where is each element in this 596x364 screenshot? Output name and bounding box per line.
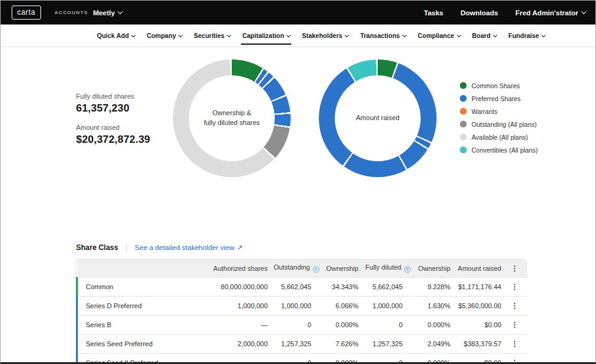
column-header[interactable]: Outstanding <box>269 260 321 277</box>
nav-item-label: Quick Add <box>97 32 129 39</box>
stakeholder-view-link-label: See a detailed stakeholder view <box>135 244 234 251</box>
downloads-link[interactable]: Downloads <box>460 9 498 17</box>
user-menu[interactable]: Fred Admin'strator <box>515 9 586 17</box>
nav-item-label: Company <box>147 32 176 39</box>
fd-ownership-cell: 9.228% <box>412 277 452 296</box>
share-class-name: Common <box>77 277 209 296</box>
table-row[interactable]: Series Seed Preferred 2,000,000 1,257,32… <box>77 334 527 353</box>
topbar-actions: Tasks Downloads Fred Admin'strator <box>424 9 586 17</box>
chevron-down-icon <box>402 32 407 37</box>
column-header[interactable]: Fully diluted <box>360 260 412 277</box>
legend-color-dot <box>460 146 467 153</box>
nav-item-label: Capitalization <box>242 32 284 39</box>
outstanding-cell: 0 <box>269 353 321 364</box>
fd-ownership-cell: 2.049% <box>412 334 452 353</box>
legend-color-dot <box>460 134 467 140</box>
share-class-name: Series D Preferred <box>77 296 209 315</box>
legend-item: Common Shares <box>460 79 538 92</box>
accounts-label: ACCOUNTS <box>55 10 88 15</box>
nav-item[interactable]: Board <box>471 25 498 47</box>
legend-item: Preferred Shares <box>460 92 538 105</box>
external-link-icon: ↗ <box>237 243 243 252</box>
kebab-menu-icon[interactable] <box>511 264 519 273</box>
legend-color-dot <box>460 82 467 89</box>
chart-legend: Common Shares Preferred Shares Warrants … <box>460 59 538 226</box>
column-header-label: Fully diluted <box>365 264 402 271</box>
app-window: carta ACCOUNTS Meetly Tasks Downloads Fr… <box>0 0 596 364</box>
legend-item-label: Available (All plans) <box>472 134 528 141</box>
column-header[interactable] <box>503 260 527 277</box>
chevron-down-icon <box>345 32 349 37</box>
column-header[interactable]: Ownership <box>321 260 360 277</box>
ownership-cell: 6.066% <box>321 296 360 315</box>
ownership-cell: 7.626% <box>321 334 360 353</box>
column-header[interactable]: Ownership <box>412 260 452 277</box>
nav-item[interactable]: Securities <box>193 25 232 47</box>
amount-raised-cell: $0.00 <box>452 315 503 334</box>
nav-item-label: Securities <box>194 32 224 39</box>
kebab-menu-icon[interactable] <box>511 301 519 310</box>
amount-raised-value: $20,372,872.39 <box>76 134 173 146</box>
table-row[interactable]: Series D Preferred 1,000,000 1,000,000 6… <box>77 296 527 315</box>
legend-item: Warrants <box>460 105 538 118</box>
company-switcher[interactable]: Meetly <box>93 9 123 17</box>
authorized-shares-cell: 1,000,000 <box>209 296 269 315</box>
chevron-down-icon <box>457 32 461 37</box>
outstanding-cell: 1,000,000 <box>269 296 321 315</box>
legend-item: Convertibles (All plans) <box>460 143 538 156</box>
table-row[interactable]: Series B — 0 0.000% 0 0.000% $0.00 <box>77 315 527 334</box>
ownership-cell: 0.000% <box>321 315 360 334</box>
share-class-name: Series Seed II Preferred <box>77 353 209 364</box>
amount-raised-label: Amount raised <box>76 124 173 131</box>
nav-item[interactable]: Capitalization <box>241 25 291 47</box>
nav-item[interactable]: Quick Add <box>96 25 136 47</box>
divider: | <box>126 243 128 252</box>
column-header-label: Ownership <box>326 265 359 272</box>
donut-chart-amount-raised-label: Amount raised <box>335 75 421 161</box>
chevron-down-icon <box>227 32 231 37</box>
kebab-menu-icon[interactable] <box>511 339 519 348</box>
column-header[interactable] <box>77 260 209 277</box>
chevron-down-icon <box>286 32 291 37</box>
fully-diluted-cell: 5,662,045 <box>360 277 412 296</box>
nav-item-label: Board <box>472 32 491 39</box>
stakeholder-view-link[interactable]: See a detailed stakeholder view ↗ <box>135 243 243 252</box>
ownership-cell: 34.343% <box>321 277 360 296</box>
amount-raised-cell: $0.00 <box>452 353 503 364</box>
authorized-shares-cell: — <box>209 353 269 364</box>
main-nav: Quick Add Company Securities Capitalizat… <box>1 25 595 47</box>
legend-item-label: Warrants <box>472 108 497 115</box>
outstanding-cell: 1,257,325 <box>269 334 321 353</box>
kebab-menu-icon[interactable] <box>511 282 519 291</box>
column-header[interactable]: Amount raised <box>452 260 503 277</box>
table-row[interactable]: Common 80,000,000,000 5,662,045 34.343% … <box>77 277 527 296</box>
nav-item[interactable]: Transactions <box>359 25 407 47</box>
table-header-row: Authorized shares Outstanding Ownership … <box>77 260 527 277</box>
nav-item[interactable]: Company <box>145 25 183 47</box>
donut-chart-ownership[interactable]: Ownership & fully diluted shares <box>173 59 291 177</box>
nav-item[interactable]: Fundraise <box>507 25 546 47</box>
donut-chart-amount-raised[interactable]: Amount raised <box>319 59 437 177</box>
help-icon[interactable] <box>404 266 411 273</box>
chevron-down-icon <box>581 9 586 14</box>
nav-item-label: Transactions <box>360 32 400 39</box>
kebab-menu-icon[interactable] <box>511 358 519 364</box>
table-row[interactable]: Series Seed II Preferred — 0 0.000% 0 0.… <box>77 353 527 364</box>
nav-item-label: Fundraise <box>508 32 539 39</box>
carta-logo[interactable]: carta <box>12 6 41 20</box>
column-header-label: Amount raised <box>458 265 502 272</box>
legend-color-dot <box>460 121 467 127</box>
share-class-name: Series Seed Preferred <box>77 334 209 353</box>
nav-item[interactable]: Stakeholders <box>300 25 350 47</box>
share-class-name: Series B <box>77 315 209 334</box>
nav-item-label: Compliance <box>418 32 454 39</box>
kebab-menu-icon[interactable] <box>511 320 519 329</box>
column-header[interactable]: Authorized shares <box>209 260 269 277</box>
nav-item[interactable]: Compliance <box>416 25 462 47</box>
nav-item-label: Stakeholders <box>302 32 342 39</box>
help-icon[interactable] <box>313 266 319 273</box>
tasks-link[interactable]: Tasks <box>424 9 443 17</box>
fd-ownership-cell: 1.630% <box>412 296 452 315</box>
chevron-down-icon <box>541 32 546 37</box>
authorized-shares-cell: — <box>209 315 269 334</box>
